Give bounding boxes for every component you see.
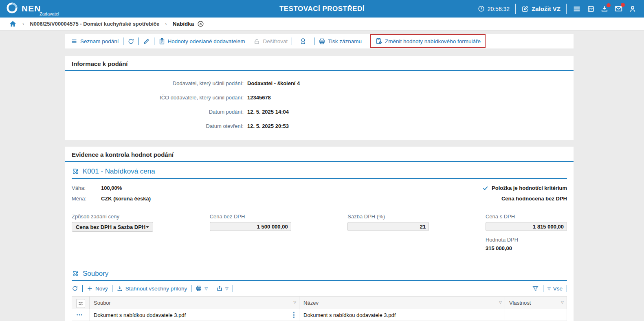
novy-label: Nový — [95, 286, 108, 292]
top-header-bar: NEN Zadavatel TESTOVACÍ PROSTŘEDÍ 20:56:… — [0, 0, 644, 18]
share-up-icon — [216, 285, 223, 292]
toolbar-divider — [366, 37, 366, 45]
dropdown-arrow-icon: ▽ — [204, 286, 208, 291]
soubory-heading: Soubory — [72, 264, 567, 281]
pencil-icon — [143, 38, 150, 45]
home-button[interactable] — [9, 20, 17, 28]
vaha-label: Váha: — [72, 185, 101, 191]
cell-vlastnost — [505, 309, 567, 321]
nen-logo-icon — [6, 2, 18, 14]
divider — [566, 4, 567, 14]
mena-label: Měna: — [72, 196, 101, 202]
refresh-button[interactable] — [127, 38, 134, 45]
toolbar-divider — [233, 285, 233, 292]
dph-note: Cena hodnocena bez DPH — [501, 196, 567, 202]
table-row[interactable]: Dokument s nabídkou dodavatele 3.pdf Dok… — [72, 309, 567, 321]
check-icon — [482, 185, 488, 191]
breadcrumb-current-label: Nabídka — [173, 21, 194, 27]
sazba-label: Sazba DPH (%) — [347, 213, 429, 220]
clock-icon — [478, 5, 485, 12]
price-mode-select[interactable]: Cena bez DPH a Sazba DPH — [72, 222, 153, 232]
filter-button[interactable] — [532, 285, 539, 292]
breadcrumb-current-tab[interactable]: Nabídka — [173, 20, 204, 27]
vse-filter-button[interactable]: ▽ Vše — [547, 286, 563, 292]
breadcrumb: › N006/25/V00004575 - Domácí kuchyňské s… — [0, 18, 644, 31]
filter-arrow-icon[interactable]: ▽ — [499, 300, 502, 304]
k001-meta: Váha: 100,00% Měna: CZK (koruna česká) P… — [72, 179, 567, 208]
field-label: Dodavatel, který učinil podání: — [65, 80, 244, 86]
kriterium-note-row: Položka je hodnotící kritérium — [482, 182, 567, 193]
toolbar-divider — [212, 285, 212, 292]
tisk-zaznamu-button[interactable]: Tisk záznamu — [319, 38, 362, 45]
field-label: IČO dodavatele, který učinil podání: — [65, 95, 244, 101]
field-row-ico: IČO dodavatele, který učinil podání: 123… — [65, 90, 574, 105]
kebab-menu-icon[interactable] — [76, 313, 86, 317]
soubory-toolbar: Nový Stáhnout všechny přílohy ▽ — [72, 281, 567, 295]
edit-button[interactable] — [143, 38, 150, 45]
header-nazev[interactable]: Název ▽ — [299, 297, 505, 309]
calendar-icon — [587, 5, 595, 13]
printer-icon — [196, 285, 202, 292]
novy-button[interactable]: Nový — [87, 286, 108, 292]
refresh-icon — [72, 285, 78, 292]
download-icon — [116, 285, 123, 292]
toolbar-divider — [154, 37, 154, 45]
stahnout-button[interactable]: Stáhnout všechny přílohy — [116, 285, 187, 292]
cena-bez-input[interactable] — [210, 222, 291, 231]
logo-text: NEN — [22, 4, 41, 13]
grip-icon[interactable] — [293, 312, 295, 319]
field-label: Datum podání: — [65, 109, 244, 115]
zmenit-hodnoty-button[interactable]: Změnit hodnoty nabídkového formuláře — [375, 37, 481, 45]
list-icon — [71, 38, 78, 45]
seznam-podani-label: Seznam podání — [80, 38, 119, 44]
sliders-icon[interactable] — [76, 299, 85, 308]
cell-soubor: Dokument s nabídkou dodavatele 3.pdf — [90, 309, 299, 321]
evidence-section: Evidence a kontrola hodnot podání K001 -… — [65, 147, 574, 321]
nen-logo[interactable]: NEN Zadavatel — [6, 2, 59, 16]
field-value: Dodavatel - školení 4 — [247, 80, 300, 86]
mena-row: Měna: CZK (koruna česká) — [72, 193, 151, 204]
session-time: 20:56:32 — [488, 6, 510, 12]
field-value: 12345678 — [247, 95, 271, 101]
row-menu-cell[interactable] — [72, 309, 90, 321]
messages-button[interactable] — [614, 4, 623, 13]
desifrovat-button: Dešifrovat — [253, 38, 288, 45]
close-tab-icon[interactable] — [197, 20, 204, 27]
create-vz-button[interactable]: Založit VZ — [521, 5, 560, 13]
zpusob-label: Způsob zadání ceny — [72, 213, 153, 220]
header-vlastnost-label: Vlastnost — [509, 300, 531, 306]
download-notification-badge — [607, 3, 611, 7]
files-refresh-button[interactable] — [72, 285, 78, 292]
filter-arrow-icon[interactable]: ▽ — [561, 300, 564, 304]
desifrovat-label: Dešifrovat — [263, 38, 288, 44]
info-podani-title: Informace k podání — [65, 56, 574, 71]
toolbar-divider — [123, 37, 123, 45]
cena-bez-label: Cena bez DPH — [210, 213, 291, 220]
user-profile-button[interactable] — [629, 5, 637, 13]
files-export-button[interactable]: ▽ — [216, 285, 229, 292]
hodnoty-odeslane-button[interactable]: Hodnoty odeslané dodavatelem — [158, 38, 245, 45]
files-print-button[interactable]: ▽ — [196, 285, 208, 292]
toolbar-divider — [543, 285, 543, 292]
breadcrumb-case-link[interactable]: N006/25/V00004575 - Domácí kuchyňské spo… — [30, 21, 159, 27]
header-soubor[interactable]: Soubor ▽ — [90, 297, 299, 309]
header-vlastnost[interactable]: Vlastnost ▽ — [505, 297, 567, 309]
downloads-button[interactable] — [600, 5, 609, 13]
filter-arrow-icon[interactable]: ▽ — [293, 300, 296, 304]
medal-button[interactable] — [299, 37, 307, 45]
main-menu-button[interactable] — [572, 4, 581, 13]
hodnota-dph-label: Hodnota DPH — [486, 237, 567, 243]
header-nazev-label: Název — [303, 300, 319, 306]
price-mode-value: Cena bez DPH a Sazba DPH — [76, 224, 145, 230]
file-name[interactable]: Dokument s nabídkou dodavatele 3.pdf — [94, 312, 186, 318]
plus-icon — [87, 286, 93, 292]
compose-icon — [521, 5, 529, 13]
cena-s-label: Cena s DPH — [486, 213, 567, 220]
seznam-podani-button[interactable]: Seznam podání — [71, 38, 119, 45]
cena-s-input[interactable] — [486, 222, 567, 231]
field-row-dodavatel: Dodavatel, který učinil podání: Dodavate… — [65, 76, 574, 90]
calendar-button[interactable] — [587, 5, 595, 13]
column-settings-header[interactable] — [72, 297, 90, 309]
cell-nazev: Dokument s nabídkou dodavatele 3.pdf — [299, 309, 505, 321]
sazba-input[interactable] — [347, 222, 429, 231]
